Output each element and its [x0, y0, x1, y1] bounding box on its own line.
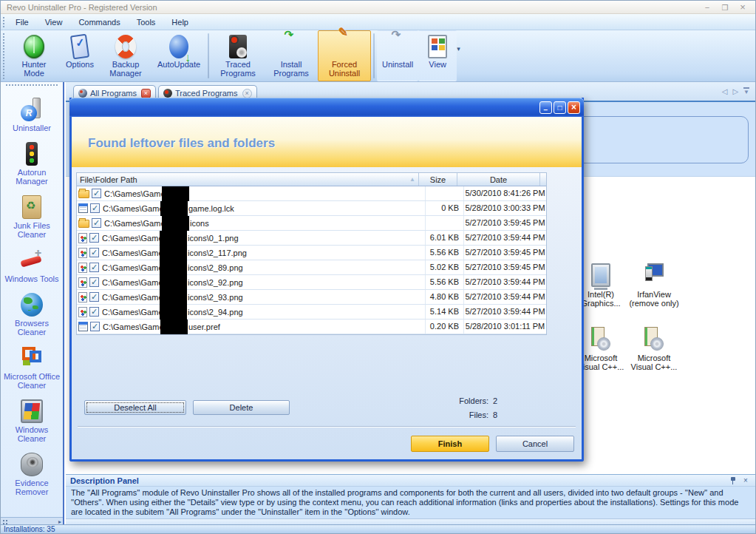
table-row[interactable]: ✓ C:\Games\Game icons\0_1.png 6.01 KB 5/… — [77, 231, 546, 246]
description-panel-header: Description Panel — [66, 475, 755, 487]
path-suffix: icons\2_93.png — [187, 293, 425, 302]
column-header-date[interactable]: Date — [457, 173, 540, 186]
sort-asc-icon — [409, 176, 415, 183]
toolbar-button[interactable]: AutoUpdate — [152, 30, 205, 81]
row-checkbox[interactable]: ✓ — [89, 263, 99, 272]
dialog-titlebar[interactable] — [69, 98, 584, 117]
dialog-title: Found leftover files and folders — [88, 136, 275, 151]
sidebar-item[interactable]: Junk Files Cleaner — [1, 195, 63, 239]
toolbar-button[interactable]: Hunter Mode — [7, 30, 61, 81]
size-cell: 5.14 KB — [425, 305, 463, 319]
menu-item[interactable]: Tools — [129, 16, 164, 29]
redaction-block — [160, 246, 187, 260]
table-row[interactable]: ✓ C:\Games\Game icons\2_117.png 5.56 KB … — [77, 246, 546, 260]
column-header-size[interactable]: Size — [419, 173, 457, 186]
files-label: Files: — [459, 410, 488, 419]
description-text: The ''All Programs'' module of Revo Unin… — [66, 487, 755, 519]
tab-scroll-right-icon[interactable] — [732, 88, 738, 95]
row-checkbox[interactable]: ✓ — [92, 218, 101, 228]
table-row[interactable]: ✓ C:\Games\Game game.log.lck 0 KB 5/28/2… — [77, 201, 546, 216]
tab-list-icon[interactable] — [743, 87, 749, 96]
toolbar-grip-icon — [2, 33, 6, 79]
table-row[interactable]: ✓ C:\Games\Game user.pref 0.20 KB 5/28/2… — [77, 320, 546, 334]
path-prefix: C:\Games\Game — [103, 204, 160, 213]
sidebar-item[interactable]: Browsers Cleaner — [1, 293, 63, 337]
image-file-icon — [78, 292, 87, 303]
menu-item[interactable]: Commands — [70, 16, 128, 29]
desc-close-icon[interactable] — [743, 476, 751, 485]
path-suffix: icons\2_117.png — [187, 249, 425, 257]
row-checkbox[interactable]: ✓ — [89, 233, 99, 243]
path-prefix: C:\Games\Game — [102, 293, 160, 302]
toolbar-button[interactable] — [373, 33, 375, 78]
row-checkbox[interactable]: ✓ — [90, 203, 100, 213]
evidence-remover-icon — [21, 453, 43, 476]
sidebar-item[interactable]: Microsoft Office Cleaner — [1, 346, 63, 390]
restore-icon[interactable] — [720, 3, 730, 12]
minimize-icon[interactable] — [702, 3, 712, 12]
pin-icon[interactable] — [729, 476, 737, 485]
table-row[interactable]: ✓ C:\Games\Game icons\2_92.png 5.56 KB 5… — [77, 275, 546, 290]
titlebar: Revo Uninstaller Pro - Registered Versio… — [1, 1, 755, 14]
image-file-icon — [78, 277, 87, 288]
cancel-button[interactable]: Cancel — [496, 436, 574, 452]
menubar: FileViewCommandsToolsHelp — [1, 14, 755, 30]
size-cell: 0.20 KB — [425, 320, 463, 334]
program-icon-item[interactable]: Microsoft Visual C++... — [627, 327, 681, 391]
program-icon-item[interactable]: IrfanView (remove only) — [627, 263, 681, 327]
toolbar-button[interactable]: Install Programs — [265, 30, 318, 81]
column-header-filler — [540, 173, 546, 186]
column-label-path: File\Folder Path — [80, 175, 137, 184]
row-checkbox[interactable]: ✓ — [89, 307, 99, 317]
tab-scroll-left-icon[interactable] — [722, 88, 728, 95]
close-icon[interactable] — [568, 101, 580, 114]
toolbar-button[interactable]: View — [418, 30, 457, 81]
table-row[interactable]: ✓ C:\Games\Game 5/30/2010 8:41:26 PM — [77, 186, 546, 201]
redaction-block — [160, 231, 187, 246]
toolbar-button[interactable]: Uninstall — [377, 30, 418, 81]
row-checkbox[interactable]: ✓ — [89, 248, 99, 257]
tab-close-grey-icon[interactable] — [242, 89, 252, 98]
column-header-path[interactable]: File\Folder Path — [77, 173, 419, 186]
installed-programs-grid: Intel(R) Graphics... IrfanView (remove o… — [574, 263, 681, 391]
toolbar-button[interactable]: Backup Manager — [99, 30, 152, 81]
date-cell: 5/30/2010 8:41:26 PM — [463, 186, 546, 200]
table-row[interactable]: ✓ C:\Games\Game icons 5/27/2010 3:59:45 … — [77, 216, 546, 231]
close-icon[interactable] — [738, 3, 748, 12]
tab-close-red-icon[interactable] — [141, 89, 151, 98]
finish-button[interactable]: Finish — [411, 436, 489, 452]
size-cell: 5.56 KB — [425, 246, 463, 260]
row-checkbox[interactable]: ✓ — [90, 322, 100, 331]
sidebar-item[interactable]: Evidence Remover — [1, 453, 63, 496]
table-row[interactable]: ✓ C:\Games\Game icons\2_94.png 5.14 KB 5… — [77, 305, 546, 320]
image-file-icon — [78, 263, 87, 273]
table-row[interactable]: ✓ C:\Games\Game icons\2_89.png 5.02 KB 5… — [77, 260, 546, 275]
delete-button[interactable]: Delete — [193, 400, 290, 415]
maximize-icon[interactable] — [554, 101, 566, 114]
path-suffix: game.log.lck — [188, 204, 425, 213]
toolbar-button[interactable] — [208, 33, 209, 78]
row-checkbox[interactable]: ✓ — [89, 292, 99, 302]
menu-item[interactable]: File — [7, 16, 37, 29]
toolbar-overflow-icon[interactable] — [457, 45, 467, 81]
browsers-cleaner-icon — [21, 293, 43, 317]
minimize-icon[interactable] — [539, 101, 552, 114]
row-checkbox[interactable]: ✓ — [89, 277, 99, 287]
toolbar-button[interactable]: Options — [61, 30, 99, 81]
dialog-header: Found leftover files and folders — [72, 117, 582, 167]
sidebar-item[interactable]: Uninstaller — [1, 98, 63, 132]
toolbar-button[interactable]: Traced Programs — [211, 30, 265, 81]
status-bar: Installations: 35 — [1, 524, 755, 533]
deselect-all-button[interactable]: Deselect All — [84, 400, 186, 415]
sidebar-item[interactable]: Autorun Manager — [1, 142, 63, 186]
menu-item[interactable]: Help — [163, 16, 197, 29]
size-cell: 5.02 KB — [425, 260, 463, 274]
sidebar: Uninstaller Autorun Manager Junk Files C… — [1, 82, 64, 526]
sidebar-item[interactable]: Windows Cleaner — [1, 399, 63, 443]
table-row[interactable]: ✓ C:\Games\Game icons\2_93.png 4.80 KB 5… — [77, 290, 546, 305]
sidebar-item[interactable]: Windows Tools — [1, 249, 63, 283]
menu-item[interactable]: View — [37, 16, 71, 29]
row-checkbox[interactable]: ✓ — [92, 189, 101, 198]
size-cell: 6.01 KB — [425, 231, 463, 245]
toolbar-button[interactable]: Forced Uninstall — [318, 30, 371, 81]
